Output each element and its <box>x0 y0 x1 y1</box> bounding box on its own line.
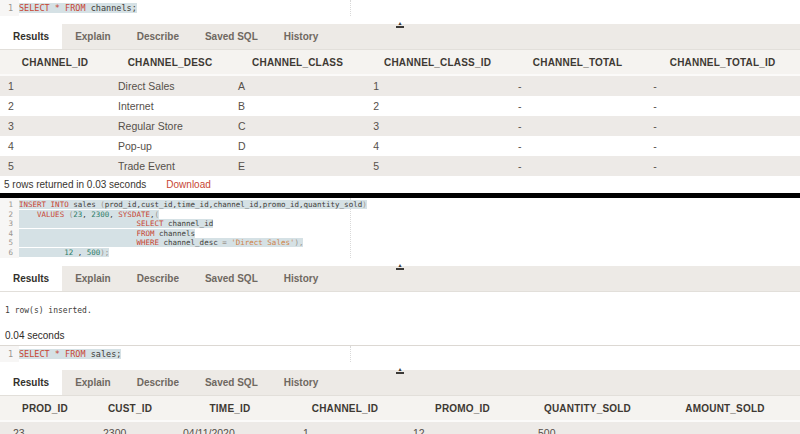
column-header: PROMO_ID <box>400 396 525 421</box>
code-text: SELECT channel_id <box>19 219 213 228</box>
table-cell: 1 <box>290 421 400 434</box>
table-cell: C <box>230 116 365 136</box>
code-text: SELECT * FROM channels; <box>19 3 137 13</box>
table-cell: E <box>230 156 365 176</box>
table-cell: 5 <box>0 156 110 176</box>
tab-describe[interactable]: Describe <box>124 24 192 49</box>
column-header: PROD_ID <box>0 396 90 421</box>
header-row: CHANNEL_IDCHANNEL_DESCCHANNEL_CLASSCHANN… <box>0 50 800 75</box>
table-cell: 500 <box>525 421 650 434</box>
table-cell: Direct Sales <box>110 75 230 96</box>
row-count-status: 5 rows returned in 0.03 seconds <box>4 179 146 190</box>
table-cell: D <box>230 136 365 156</box>
table-row: 2InternetB2-- <box>0 96 800 116</box>
tab-history[interactable]: History <box>271 24 331 49</box>
editor-resize-strip: ▴ <box>0 362 800 370</box>
line-number: 6 <box>0 248 19 258</box>
column-header: AMOUNT_SOLD <box>650 396 800 421</box>
column-header: TIME_ID <box>170 396 290 421</box>
sql-editor-sales[interactable]: 1SELECT * FROM sales; <box>0 346 800 362</box>
table-cell: 1 <box>0 75 110 96</box>
tab-explain[interactable]: Explain <box>62 370 124 395</box>
table-cell: Trade Event <box>110 156 230 176</box>
table-cell: - <box>645 96 800 116</box>
tab-describe[interactable]: Describe <box>124 266 192 291</box>
code-text: FROM channels <box>19 229 195 238</box>
insert-result-message: 1 row(s) inserted. <box>5 306 800 315</box>
tab-saved-sql[interactable]: Saved SQL <box>192 266 271 291</box>
column-header: CHANNEL_ID <box>0 50 110 75</box>
line-number: 4 <box>0 229 19 239</box>
code-text: VALUES (23, 2300, SYSDATE,( <box>19 210 159 219</box>
code-line[interactable]: 4 FROM channels <box>0 229 800 239</box>
tab-results[interactable]: Results <box>0 24 62 49</box>
collapse-editor-icon[interactable]: ▴ <box>396 21 403 28</box>
line-number: 1 <box>0 348 19 361</box>
table-cell: - <box>510 136 645 156</box>
line-number: 1 <box>0 2 19 15</box>
elapsed-time: 0.04 seconds <box>5 330 800 341</box>
tab-results[interactable]: Results <box>0 266 62 291</box>
tab-history[interactable]: History <box>271 370 331 395</box>
code-line[interactable]: 2 VALUES (23, 2300, SYSDATE,( <box>0 210 800 220</box>
table-row: 5Trade EventE5-- <box>0 156 800 176</box>
table-cell: - <box>645 75 800 96</box>
tab-saved-sql[interactable]: Saved SQL <box>192 370 271 395</box>
table-cell: 4 <box>365 136 510 156</box>
table-cell: Internet <box>110 96 230 116</box>
column-header: CHANNEL_CLASS_ID <box>365 50 510 75</box>
tab-history[interactable]: History <box>271 266 331 291</box>
column-header: CHANNEL_ID <box>290 396 400 421</box>
table-cell: 2 <box>0 96 110 116</box>
table-cell: - <box>510 156 645 176</box>
collapse-editor-icon[interactable]: ▴ <box>396 263 403 270</box>
tab-describe[interactable]: Describe <box>124 370 192 395</box>
code-line[interactable]: 1INSERT INTO sales (prod_id,cust_id,time… <box>0 200 800 210</box>
table-cell: B <box>230 96 365 116</box>
worksheet-section-sales: 1SELECT * FROM sales; ▴ ResultsExplainDe… <box>0 346 800 434</box>
table-cell: - <box>645 136 800 156</box>
table-cell: - <box>510 96 645 116</box>
sql-editor-channels[interactable]: 1SELECT * FROM channels; <box>0 0 800 16</box>
table-row: 4Pop-upD4-- <box>0 136 800 156</box>
table-cell: 1 <box>365 75 510 96</box>
line-number: 2 <box>0 210 19 220</box>
tab-results[interactable]: Results <box>0 370 62 395</box>
code-line[interactable]: 6 12 , 500); <box>0 248 800 258</box>
table-cell: 3 <box>0 116 110 136</box>
code-line[interactable]: 5 WHERE channel_desc = 'Direct Sales'), <box>0 238 800 248</box>
worksheet-section-channels: 1SELECT * FROM channels; ▴ ResultsExplai… <box>0 0 800 193</box>
collapse-editor-icon[interactable]: ▴ <box>396 367 403 374</box>
column-header: CUST_ID <box>90 396 170 421</box>
download-link[interactable]: Download <box>166 179 210 190</box>
table-cell: - <box>645 156 800 176</box>
code-line[interactable]: 3 SELECT channel_id <box>0 219 800 229</box>
code-line[interactable]: 1SELECT * FROM sales; <box>0 348 800 361</box>
table-cell: 5 <box>365 156 510 176</box>
table-row: 23230004/11/2020112500- <box>0 421 800 434</box>
code-line[interactable]: 1SELECT * FROM channels; <box>0 2 800 15</box>
sql-editor-insert[interactable]: 1INSERT INTO sales (prod_id,cust_id,time… <box>0 198 800 258</box>
column-header: CHANNEL_CLASS <box>230 50 365 75</box>
table-cell: 12 <box>400 421 525 434</box>
column-header: CHANNEL_DESC <box>110 50 230 75</box>
worksheet-section-insert: 1INSERT INTO sales (prod_id,cust_id,time… <box>0 198 800 346</box>
tab-explain[interactable]: Explain <box>62 266 124 291</box>
table-cell: - <box>645 116 800 136</box>
column-header: CHANNEL_TOTAL <box>510 50 645 75</box>
tab-saved-sql[interactable]: Saved SQL <box>192 24 271 49</box>
line-number: 3 <box>0 219 19 229</box>
table-cell: 3 <box>365 116 510 136</box>
code-text: 12 , 500); <box>19 248 109 257</box>
code-text: SELECT * FROM sales; <box>19 349 121 359</box>
column-header: QUANTITY_SOLD <box>525 396 650 421</box>
table-cell: Pop-up <box>110 136 230 156</box>
table-row: 1Direct SalesA1-- <box>0 75 800 96</box>
channels-results-table: CHANNEL_IDCHANNEL_DESCCHANNEL_CLASSCHANN… <box>0 50 800 176</box>
table-cell: 4 <box>0 136 110 156</box>
table-cell: 2 <box>365 96 510 116</box>
line-number: 5 <box>0 238 19 248</box>
tab-explain[interactable]: Explain <box>62 24 124 49</box>
editor-resize-strip: ▴ <box>0 258 800 266</box>
code-text: INSERT INTO sales (prod_id,cust_id,time_… <box>19 200 367 209</box>
